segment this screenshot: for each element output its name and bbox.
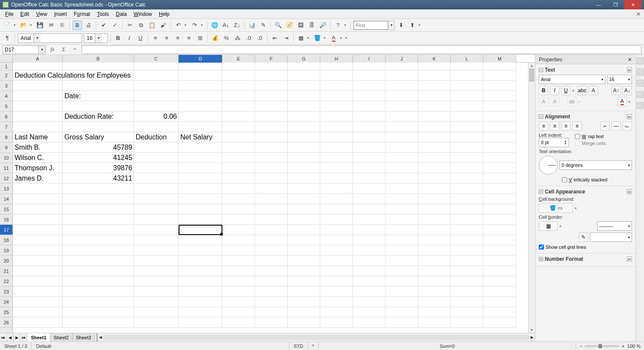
sidebar-styles-icon[interactable]: [637, 69, 644, 75]
panel-super-icon[interactable]: A↑: [611, 86, 621, 95]
open-dropdown[interactable]: ▾: [30, 23, 33, 27]
panel-size-combo[interactable]: 16▾: [607, 75, 632, 84]
panel-highlight-icon[interactable]: ab: [567, 97, 577, 106]
italic-icon[interactable]: I: [125, 33, 134, 43]
cell-C6[interactable]: 0.06: [134, 112, 179, 122]
show-draw-icon[interactable]: ✎: [258, 21, 268, 30]
maximize-button[interactable]: ❐: [607, 0, 624, 9]
cell-B8[interactable]: Gross Salary: [63, 132, 134, 142]
highlight-dropdown[interactable]: ▾: [578, 100, 582, 104]
menu-data[interactable]: Data: [112, 10, 130, 18]
col-header-A[interactable]: A: [13, 55, 63, 63]
border-color-icon[interactable]: ✎: [579, 232, 588, 242]
halign-center-icon[interactable]: ≡: [550, 121, 559, 131]
panel-bold-icon[interactable]: B: [539, 86, 548, 95]
row-header-14[interactable]: 14: [0, 194, 12, 204]
row-header-5[interactable]: 5: [0, 101, 12, 112]
properties-close-icon[interactable]: ✕: [628, 57, 632, 63]
panel-strike-icon[interactable]: abc: [577, 86, 587, 95]
help-icon[interactable]: ?: [333, 21, 343, 30]
valign-top-icon[interactable]: ⌐: [600, 121, 610, 131]
scroll-right-icon[interactable]: ▶: [529, 335, 535, 339]
chart-icon[interactable]: 📊: [247, 21, 257, 30]
standard-format-icon[interactable]: ⁂: [233, 33, 242, 43]
vertically-stacked-checkbox[interactable]: Vertically stacked: [562, 176, 632, 183]
valign-middle-icon[interactable]: ―: [611, 121, 621, 131]
menu-edit[interactable]: Edit: [17, 10, 33, 18]
gridlines-checkbox[interactable]: Show cell grid lines: [539, 244, 632, 250]
cell-D8[interactable]: Net Salary: [179, 132, 222, 142]
panel-sub-icon[interactable]: A↓: [623, 86, 632, 95]
find-input[interactable]: Find: [354, 21, 388, 30]
undo-dropdown[interactable]: ▾: [185, 23, 188, 27]
scroll-left-icon[interactable]: ◀: [97, 335, 103, 339]
row-header-24[interactable]: 24: [0, 297, 12, 307]
panel-italic-icon[interactable]: I: [550, 86, 559, 95]
menu-file[interactable]: File: [2, 10, 17, 18]
datasources-icon[interactable]: 🗄: [307, 21, 316, 30]
cell-A10[interactable]: Wilson C.: [13, 153, 63, 163]
percent-icon[interactable]: %: [222, 33, 231, 43]
redo-icon[interactable]: ↷: [190, 21, 199, 30]
sidebar-functions-icon[interactable]: [637, 102, 644, 109]
row-header-11[interactable]: 11: [0, 163, 12, 173]
pdf-icon[interactable]: ⎘: [58, 21, 67, 30]
row-header-2[interactable]: 2: [0, 70, 12, 81]
cell-A12[interactable]: James D.: [13, 173, 63, 184]
currency-icon[interactable]: 💰: [210, 33, 220, 43]
hyperlink-icon[interactable]: 🌐: [210, 21, 219, 30]
cell-B4[interactable]: Date:: [63, 91, 134, 101]
col-header-M[interactable]: M: [483, 55, 516, 63]
expand-icon[interactable]: ▭: [627, 67, 632, 72]
expand-icon[interactable]: +: [539, 257, 543, 261]
font-name-combo[interactable]: Arial▾: [18, 33, 82, 43]
autospell-icon[interactable]: ✓: [110, 21, 119, 30]
merge-cells-checkbox[interactable]: Merge cells: [575, 140, 632, 147]
panel-underline-icon[interactable]: U: [561, 86, 571, 95]
status-sum[interactable]: Sum=0: [319, 342, 576, 350]
col-header-J[interactable]: J: [386, 55, 418, 63]
borders-dropdown[interactable]: ▾: [307, 36, 311, 40]
row-header-18[interactable]: 18: [0, 235, 12, 245]
bgcolor-icon[interactable]: 🪣: [313, 33, 322, 43]
document-close-button[interactable]: ✕: [635, 11, 642, 17]
halign-left-icon[interactable]: ≡: [539, 121, 548, 131]
close-button[interactable]: ✕: [624, 0, 641, 9]
halign-right-icon[interactable]: ≡: [561, 121, 571, 131]
col-header-K[interactable]: K: [418, 55, 451, 63]
align-justify-icon[interactable]: ≡: [184, 33, 194, 43]
tab-first-icon[interactable]: ⏮: [0, 333, 7, 341]
panel-fontcolor-icon[interactable]: A: [617, 97, 627, 106]
cell-background-dropdown[interactable]: ▾: [575, 206, 578, 210]
cell-B6[interactable]: Deduction Rate:: [63, 112, 134, 122]
col-header-C[interactable]: C: [134, 55, 179, 63]
row-header-13[interactable]: 13: [0, 184, 12, 194]
row-header-23[interactable]: 23: [0, 287, 12, 297]
col-header-H[interactable]: H: [320, 55, 353, 63]
find-replace-icon[interactable]: 🔍: [273, 21, 283, 30]
borders-icon[interactable]: ▦: [296, 33, 306, 43]
add-decimal-icon[interactable]: .0: [244, 33, 253, 43]
row-header-20[interactable]: 20: [0, 256, 12, 266]
row-header-21[interactable]: 21: [0, 266, 12, 276]
collapse-icon[interactable]: −: [539, 190, 543, 194]
menu-view[interactable]: View: [33, 10, 51, 18]
col-header-B[interactable]: B: [63, 55, 134, 63]
row-header-16[interactable]: 16: [0, 214, 12, 225]
sort-desc-icon[interactable]: Z↓: [232, 21, 242, 30]
row-header-22[interactable]: 22: [0, 276, 12, 287]
zoom-out-icon[interactable]: −: [580, 344, 582, 349]
zoom-value[interactable]: 100 %: [627, 344, 641, 349]
zoom-slider[interactable]: [598, 344, 602, 348]
align-right-icon[interactable]: ≡: [173, 33, 182, 43]
name-box[interactable]: D17▾: [3, 45, 46, 54]
status-mode[interactable]: STD: [289, 342, 308, 350]
undo-icon[interactable]: ↶: [173, 21, 183, 30]
styles-icon[interactable]: ¶: [3, 33, 12, 43]
save-icon[interactable]: 💾: [35, 21, 45, 30]
function-wizard-icon[interactable]: fx: [48, 45, 57, 54]
decrease-indent-icon[interactable]: ⇤: [270, 33, 279, 43]
row-header-19[interactable]: 19: [0, 245, 12, 256]
scroll-up-icon[interactable]: ▲: [529, 63, 535, 69]
increase-indent-icon[interactable]: ⇥: [281, 33, 291, 43]
